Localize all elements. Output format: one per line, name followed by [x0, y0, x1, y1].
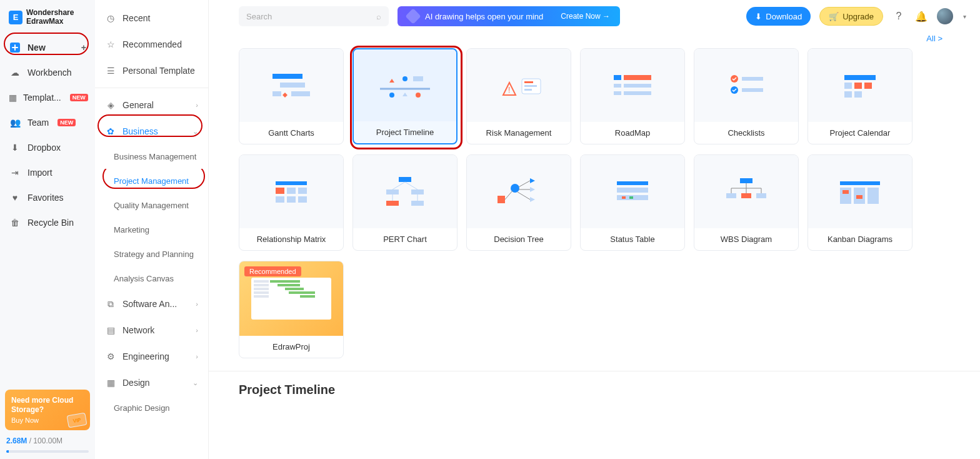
search-input[interactable]: Search ⌕ — [239, 6, 389, 26]
nav-templates[interactable]: ▦ Templat... NEW — [0, 85, 95, 110]
all-link[interactable]: All > — [209, 31, 980, 44]
card-roadmap[interactable]: RoadMap — [580, 48, 685, 144]
gear-icon: ✿ — [105, 126, 116, 137]
nav-new[interactable]: New + — [0, 35, 95, 60]
tag-icon: ◈ — [105, 99, 116, 111]
panel-network[interactable]: ▤ Network › — [95, 317, 208, 343]
svg-rect-26 — [742, 77, 763, 81]
team-icon: 👥 — [9, 116, 21, 129]
plus-square-icon — [9, 41, 21, 54]
status-thumb — [581, 155, 684, 228]
panel-network-label: Network — [122, 325, 154, 335]
svg-rect-41 — [298, 196, 307, 203]
panel-design[interactable]: ▦ Design ⌄ — [95, 370, 208, 396]
svg-rect-2 — [280, 83, 305, 88]
download-button[interactable]: ⬇ Download — [746, 7, 811, 26]
svg-rect-30 — [844, 83, 852, 89]
sub-graphic-design[interactable]: Graphic Design — [95, 396, 208, 420]
svg-rect-50 — [411, 201, 424, 206]
svg-rect-18 — [524, 89, 532, 91]
svg-rect-64 — [629, 196, 633, 199]
bell-icon[interactable]: 🔔 — [914, 9, 928, 23]
panel-personal[interactable]: ☰ Personal Template — [95, 58, 208, 84]
svg-rect-79 — [856, 195, 862, 199]
svg-rect-36 — [276, 188, 284, 194]
panel-business[interactable]: ✿ Business ⌄ — [95, 118, 208, 144]
sub-analysis-canvas[interactable]: Analysis Canvas — [95, 266, 208, 291]
edrawproj-preview — [251, 278, 331, 320]
nav-dropbox[interactable]: ⬇ Dropbox — [0, 135, 95, 160]
sub-business-management[interactable]: Business Management — [95, 144, 208, 169]
vip-card-icon: VIP — [66, 413, 87, 428]
storage-used: 2.68M — [6, 436, 27, 445]
svg-rect-28 — [742, 88, 763, 92]
card-wbs-diagram[interactable]: WBS Diagram — [694, 154, 799, 251]
recommended-badge: Recommended — [244, 266, 301, 276]
help-icon[interactable]: ? — [892, 9, 906, 23]
panel-general[interactable]: ◈ General › — [95, 92, 208, 118]
storage-promo[interactable]: Need more Cloud Storage? Buy Now VIP — [5, 390, 90, 430]
nav-import[interactable]: ⇥ Import — [0, 160, 95, 185]
svg-line-44 — [405, 182, 418, 189]
panel-general-label: General — [122, 100, 154, 110]
svg-rect-35 — [276, 181, 307, 185]
panel-engineering[interactable]: ⚙ Engineering › — [95, 343, 208, 370]
panel-design-label: Design — [122, 378, 150, 388]
panel-recent[interactable]: ◷ Recent — [95, 5, 208, 31]
clock-icon: ◷ — [105, 13, 116, 24]
svg-point-10 — [389, 93, 394, 98]
nav-favorites[interactable]: ♥ Favorites — [0, 185, 95, 210]
panel-software[interactable]: ⧉ Software An... › — [95, 291, 208, 317]
card-kanban-diagrams[interactable]: Kanban Diagrams — [808, 154, 912, 251]
card-decision-tree[interactable]: Decision Tree — [466, 154, 571, 251]
svg-rect-51 — [498, 196, 505, 203]
person-icon: ☰ — [105, 65, 116, 76]
card-kanban-label: Kanban Diagrams — [824, 228, 896, 250]
nav-recycle[interactable]: 🗑 Recycle Bin — [0, 210, 95, 235]
nav-workbench[interactable]: ☁ Workbench — [0, 60, 95, 85]
card-gantt-label: Gantt Charts — [264, 122, 318, 144]
download-icon: ⬇ — [755, 12, 762, 21]
card-checklists[interactable]: Checklists — [694, 48, 799, 144]
ai-banner[interactable]: AI drawing helps open your mind Create N… — [398, 6, 620, 26]
svg-marker-58 — [530, 187, 535, 192]
card-pert-chart[interactable]: PERT Chart — [352, 154, 458, 251]
svg-rect-1 — [272, 74, 302, 79]
svg-rect-61 — [617, 188, 648, 193]
plus-icon: + — [81, 43, 86, 53]
card-matrix-label: Relationship Matrix — [253, 228, 330, 250]
sub-marketing[interactable]: Marketing — [95, 218, 208, 242]
design-icon: ▦ — [105, 377, 116, 388]
avatar[interactable] — [937, 8, 953, 24]
upgrade-button[interactable]: 🛒 Upgrade — [819, 7, 883, 26]
sub-quality-management[interactable]: Quality Management — [95, 193, 208, 218]
avatar-caret-icon[interactable]: ▾ — [963, 13, 966, 20]
card-status-label: Status Table — [606, 228, 658, 250]
sub-strategy-planning[interactable]: Strategy and Planning — [95, 242, 208, 266]
panel-recommended[interactable]: ☆ Recommended — [95, 31, 208, 58]
ai-banner-text: AI drawing helps open your mind — [425, 12, 543, 21]
chevron-right-icon: › — [196, 326, 198, 334]
storage-total: / 100.00M — [27, 436, 62, 445]
card-gantt-charts[interactable]: Gantt Charts — [239, 48, 344, 144]
edrawproj-thumb: Recommended — [239, 261, 343, 336]
matrix-thumb — [239, 155, 343, 228]
svg-rect-21 — [614, 84, 621, 88]
svg-marker-57 — [530, 178, 535, 183]
topbar: Search ⌕ AI drawing helps open your mind… — [209, 0, 980, 31]
card-relationship-matrix[interactable]: Relationship Matrix — [239, 154, 344, 251]
card-status-table[interactable]: Status Table — [580, 154, 685, 251]
card-risk-management[interactable]: ! Risk Management — [466, 48, 571, 144]
card-edrawproj[interactable]: Recommended EdrawProj — [239, 261, 344, 358]
svg-marker-7 — [389, 79, 394, 83]
software-icon: ⧉ — [105, 298, 116, 310]
card-roadmap-label: RoadMap — [611, 122, 654, 144]
card-project-timeline[interactable]: Project Timeline — [352, 48, 458, 144]
sub-project-management[interactable]: Project Management — [95, 169, 208, 193]
section-title-timeline: Project Timeline — [209, 371, 980, 403]
card-calendar-label: Project Calendar — [826, 122, 894, 144]
svg-rect-73 — [756, 193, 766, 198]
nav-team[interactable]: 👥 Team NEW — [0, 110, 95, 135]
calendar-thumb — [808, 49, 912, 122]
card-project-calendar[interactable]: Project Calendar — [808, 48, 912, 144]
